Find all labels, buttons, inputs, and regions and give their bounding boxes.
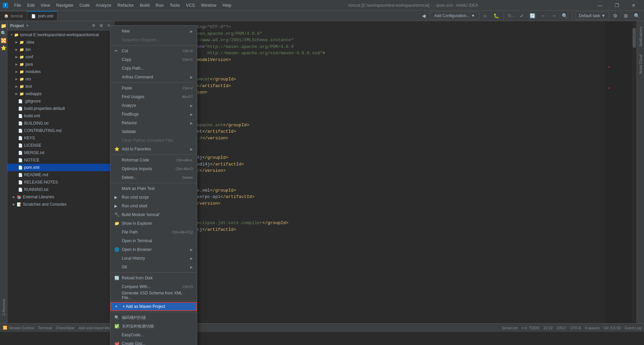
scrollbar-thumb[interactable] <box>633 28 636 48</box>
tree-contributing[interactable]: 📄 CONTRIBUTING.md <box>7 127 114 134</box>
menu-file[interactable]: File <box>11 1 24 9</box>
ctx-file-path[interactable]: File Path Ctrl+Alt+F12 <box>110 228 197 236</box>
ctx-open-terminal[interactable]: Open in Terminal <box>110 236 197 245</box>
tree-build-xml[interactable]: 📄 build.xml <box>7 112 114 120</box>
panel-expand-icon[interactable]: ⊞ <box>98 22 104 29</box>
ctx-copy[interactable]: Copy Ctrl+C <box>110 55 197 64</box>
tree-webapps[interactable]: ▶ 📁 webapps <box>7 90 114 97</box>
toolbar-nav-fwd[interactable]: → <box>549 11 559 20</box>
tree-merge[interactable]: 📄 MERGE.txt <box>7 149 114 156</box>
status-git[interactable]: Git: 8.5.50 <box>604 326 621 330</box>
tree-idea[interactable]: ▶ 📁 .idea <box>7 39 114 46</box>
ctx-arthas[interactable]: Arthas Command ▶ <box>110 73 197 81</box>
menu-tools[interactable]: Tools <box>167 1 182 9</box>
menu-build[interactable]: Build <box>137 1 152 9</box>
tree-license[interactable]: 📄 LICENSE <box>7 142 114 149</box>
ctx-local-history[interactable]: Local History ▶ <box>110 254 197 263</box>
tree-test[interactable]: ▶ 📁 test <box>7 83 114 90</box>
menu-analyze[interactable]: Analyze <box>93 1 114 9</box>
status-todo[interactable]: ≡ 6: TODO <box>522 326 539 330</box>
menu-vcs[interactable]: VCS <box>183 1 198 9</box>
tree-build-props[interactable]: 📄 build.properties.default <box>7 105 114 112</box>
tree-readme[interactable]: 📄 README.md <box>7 171 114 179</box>
ctx-code-scan[interactable]: 🔍 编码规约扫描 <box>110 313 197 322</box>
ctx-git[interactable]: Git ▶ <box>110 263 197 271</box>
toolbar-search2-btn[interactable]: 🔍 <box>632 11 641 20</box>
tree-keys[interactable]: 📄 KEYS <box>7 134 114 142</box>
ctx-generate-xsd[interactable]: Generate XSD Schema from XML File... <box>110 291 197 300</box>
ctx-delete[interactable]: Delete... Delete <box>110 173 197 182</box>
tree-release-notes[interactable]: 📄 RELEASE-NOTES <box>7 179 114 186</box>
status-sonarlint[interactable]: SonarLint <box>502 326 518 330</box>
tree-building[interactable]: 📄 BUILDING.txt <box>7 120 114 127</box>
tree-conf[interactable]: ▶ 📁 conf <box>7 53 114 61</box>
status-utf8[interactable]: UTF-8 <box>570 326 581 330</box>
side-icon-2[interactable]: 🔍 <box>0 30 7 37</box>
toolbar-search-btn[interactable]: 🔍 <box>560 11 570 20</box>
status-terminal[interactable]: Terminal <box>38 326 52 330</box>
toolbar-back-btn[interactable]: ◀ <box>419 11 428 20</box>
status-checkstyle[interactable]: CheckStyle <box>56 326 75 330</box>
ctx-compare[interactable]: Compare With... Ctrl+D <box>110 282 197 291</box>
toolbar-check-btn[interactable]: ✓ <box>517 11 527 20</box>
ctx-paste[interactable]: Paste Ctrl+V <box>110 84 197 92</box>
ctx-create-gist[interactable]: 🐙 Create Gist... <box>110 339 197 345</box>
tree-res[interactable]: ▶ 📁 res <box>7 75 114 83</box>
toolbar-sync-btn[interactable]: 🔄 <box>528 11 537 20</box>
side-icon-1[interactable]: 📁 <box>0 22 7 29</box>
menu-view[interactable]: View <box>38 1 53 9</box>
tree-modules[interactable]: ▶ 📁 modules <box>7 68 114 75</box>
project-dropdown-arrow[interactable]: ▼ <box>26 24 29 27</box>
ctx-mark-plain[interactable]: Mark as Plain Text <box>110 184 197 193</box>
menu-code[interactable]: Code <box>77 1 93 9</box>
status-version-control[interactable]: 🔀 Version Control <box>3 326 34 330</box>
ctx-reload-disk[interactable]: 🔄 Reload from Disk <box>110 274 197 282</box>
ctx-add-maven[interactable]: + + Add as Maven Project <box>110 302 197 311</box>
add-config-button[interactable]: Add Configuration... ▼ <box>430 12 479 20</box>
ctx-run-cmd-shell[interactable]: ▶ Run cmd shell <box>110 202 197 210</box>
close-button[interactable]: ✕ <box>626 0 641 11</box>
toolbar-settings-btn[interactable]: ⚙ <box>610 11 620 20</box>
menu-run[interactable]: Run <box>153 1 166 9</box>
tree-pom-xml[interactable]: 📄 pom.xml ➜ <box>7 164 114 171</box>
tab-pom-xml[interactable]: 📄 pom.xml <box>27 11 57 20</box>
tree-java[interactable]: ▶ 📁 java <box>7 61 114 68</box>
ctx-analyze[interactable]: Analyze ▶ <box>110 101 197 110</box>
tab-tomcat[interactable]: 🏠 tomcat <box>0 11 27 20</box>
toolbar-run-btn[interactable]: ▶ <box>481 11 490 20</box>
tree-gitignore[interactable]: 📄 .gitignore <box>7 97 114 105</box>
ctx-show-explorer[interactable]: 📁 Show in Explorer <box>110 219 197 228</box>
menu-navigate[interactable]: Navigate <box>53 1 76 9</box>
minimize-button[interactable]: — <box>592 0 608 11</box>
menu-edit[interactable]: Edit <box>24 1 37 9</box>
ctx-easycode[interactable]: EasyCode... <box>110 331 197 339</box>
ctx-new[interactable]: New ▶ <box>110 27 197 36</box>
right-label-notifications[interactable]: Notifications <box>638 24 643 49</box>
menu-window[interactable]: Window <box>198 1 219 9</box>
ctx-find-usages[interactable]: Find Usages Alt+F7 <box>110 92 197 101</box>
panel-gear-icon[interactable]: ⚙ <box>90 22 97 29</box>
right-label-wordcloud[interactable]: Word Cloud <box>638 52 643 77</box>
ctx-cut[interactable]: ✂ Cut Ctrl+X <box>110 47 197 55</box>
menu-refactor[interactable]: Refactor <box>115 1 137 9</box>
ctx-validate[interactable]: Validate <box>110 127 197 136</box>
default-task-button[interactable]: Default task ▼ <box>575 12 609 20</box>
ctx-findbugs[interactable]: FindBugs ▶ <box>110 110 197 119</box>
ctx-copy-path[interactable]: Copy Path... <box>110 64 197 73</box>
ctx-run-cmd-script[interactable]: ▶ Run cmd script <box>110 193 197 202</box>
tree-bin[interactable]: ▶ 📁 bin <box>7 46 114 53</box>
side-label-structure[interactable]: Z-Structure <box>0 294 7 321</box>
tree-scratches[interactable]: ▶ 📝 Scratches and Consoles <box>7 201 114 208</box>
status-crlf[interactable]: CRLF <box>557 326 567 330</box>
status-indent[interactable]: 4 spaces <box>585 326 600 330</box>
ctx-open-browser[interactable]: 🌐 Open in Browser ▶ <box>110 245 197 254</box>
ctx-build-module[interactable]: 🔨 Build Module 'tomcat' <box>110 210 197 219</box>
ctx-reformat[interactable]: Reformat Code Ctrl+Alt+L <box>110 156 197 164</box>
editor-scrollbar[interactable] <box>632 21 637 323</box>
ctx-add-favorites[interactable]: ⭐ Add to Favorites ▶ <box>110 145 197 153</box>
side-icon-fav[interactable]: ⭐ <box>0 45 7 51</box>
tree-notice[interactable]: 📄 NOTICE <box>7 156 114 164</box>
toolbar-layout-btn[interactable]: ⊞ <box>621 11 631 20</box>
maximize-button[interactable]: ❐ <box>609 0 625 11</box>
tree-root-tomcat[interactable]: ▼ 📁 tomcat E:\workspace\test-workspace\t… <box>7 31 114 39</box>
